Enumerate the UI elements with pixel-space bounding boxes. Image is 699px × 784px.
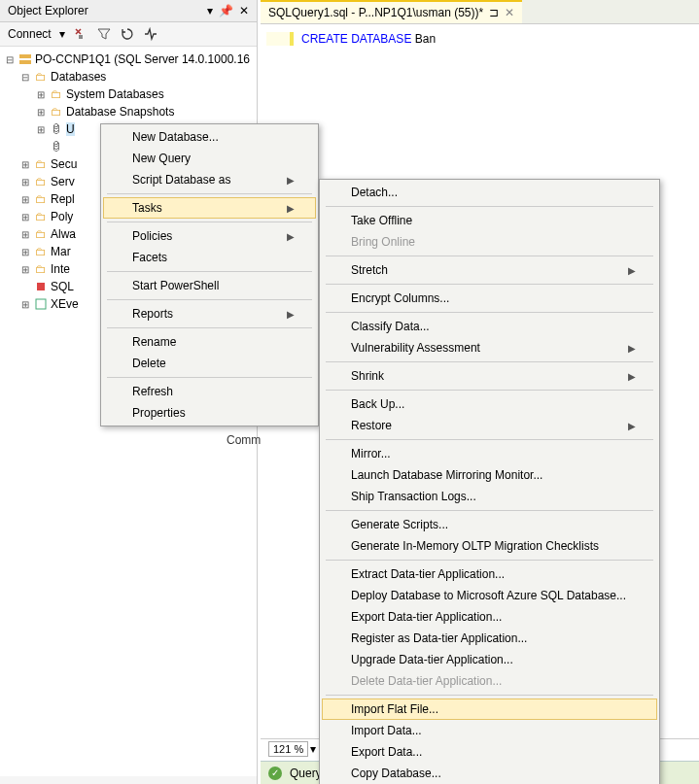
menu-classify[interactable]: Classify Data... (322, 316, 657, 337)
menu-separator (326, 206, 653, 207)
menu-separator (107, 222, 312, 222)
menu-powershell[interactable]: Start PowerShell (103, 275, 316, 296)
zoom-level[interactable]: 121 % (268, 741, 308, 757)
menu-extract-dac[interactable]: Extract Data-tier Application... (322, 563, 657, 585)
menu-encrypt[interactable]: Encrypt Columns... (322, 288, 657, 309)
submenu-arrow-icon: ▶ (628, 265, 636, 276)
menu-separator (107, 271, 312, 272)
menu-separator (326, 361, 653, 362)
submenu-arrow-icon: ▶ (628, 371, 636, 382)
tree-snapshots-node[interactable]: ⊞ 🗀 Database Snapshots (4, 103, 253, 120)
menu-restore[interactable]: Restore▶ (322, 415, 657, 436)
menu-rename[interactable]: Rename (103, 331, 316, 353)
expand-icon[interactable]: ⊞ (19, 247, 31, 257)
menu-export-data[interactable]: Export Data... (322, 741, 657, 763)
filter-icon[interactable] (96, 26, 112, 42)
activity-icon[interactable] (143, 26, 158, 42)
expand-icon[interactable]: ⊞ (19, 194, 31, 205)
disconnect-icon[interactable] (73, 26, 88, 42)
expand-icon[interactable]: ⊞ (19, 212, 31, 222)
pin-icon[interactable]: 📌 (219, 4, 233, 17)
expand-icon[interactable]: ⊞ (19, 229, 31, 240)
xevents-icon (33, 296, 49, 312)
zoom-dropdown-icon[interactable]: ▾ (310, 742, 316, 756)
menu-refresh[interactable]: Refresh (103, 381, 316, 402)
menu-upgrade-dac[interactable]: Upgrade Data-tier Application... (322, 649, 657, 670)
status-ok-icon: ✓ (268, 767, 282, 780)
expand-icon[interactable]: ⊞ (35, 124, 47, 135)
menu-separator (107, 299, 312, 300)
menu-separator (326, 695, 653, 696)
folder-icon: 🗀 (49, 86, 64, 102)
menu-mirror[interactable]: Mirror... (322, 443, 657, 464)
expand-icon[interactable]: ⊞ (35, 89, 47, 100)
menu-import-flat-file[interactable]: Import Flat File... (322, 699, 657, 720)
menu-bring-online: Bring Online (322, 231, 657, 253)
svg-rect-2 (19, 60, 31, 64)
menu-deploy-azure[interactable]: Deploy Database to Microsoft Azure SQL D… (322, 585, 657, 606)
expand-icon[interactable]: ⊞ (19, 299, 31, 310)
sql-keyword: DATABASE (351, 32, 411, 46)
tab-pin-icon[interactable]: ⊐ (489, 6, 499, 19)
menu-tasks[interactable]: Tasks▶ (103, 197, 316, 219)
refresh-icon[interactable] (120, 26, 135, 42)
folder-icon: 🗀 (49, 104, 64, 119)
menu-detach[interactable]: Detach... (322, 182, 657, 203)
menu-shrink[interactable]: Shrink▶ (322, 365, 657, 387)
collapse-icon[interactable]: ⊟ (19, 72, 31, 83)
menu-register-dac[interactable]: Register as Data-tier Application... (322, 628, 657, 649)
menu-separator (326, 510, 653, 511)
menu-gen-oltp[interactable]: Generate In-Memory OLTP Migration Checkl… (322, 535, 657, 557)
menu-stretch[interactable]: Stretch▶ (322, 259, 657, 281)
submenu-arrow-icon: ▶ (287, 175, 295, 186)
tree-databases-node[interactable]: ⊟ 🗀 Databases (4, 68, 253, 85)
menu-gen-scripts[interactable]: Generate Scripts... (322, 514, 657, 535)
tab-close-icon[interactable]: ✕ (505, 6, 514, 19)
menu-import-data[interactable]: Import Data... (322, 720, 657, 741)
menu-separator (326, 560, 653, 561)
menu-take-offline[interactable]: Take Offline (322, 210, 657, 231)
tab-bar: SQLQuery1.sql - P...NP1Q1\usman (55))* ⊐… (261, 0, 699, 24)
menu-new-database[interactable]: New Database... (103, 126, 316, 148)
menu-script-database[interactable]: Script Database as▶ (103, 169, 316, 190)
tree-server-node[interactable]: ⊟ PO-CCNP1Q1 (SQL Server 14.0.1000.16 (4, 51, 253, 68)
panel-title-bar: Object Explorer ▾ 📌 ✕ (0, 0, 257, 22)
folder-icon: 🗀 (33, 261, 49, 277)
svg-rect-1 (19, 54, 31, 58)
expand-icon[interactable]: ⊞ (19, 159, 31, 170)
connect-label[interactable]: Connect (8, 27, 52, 41)
connect-dropdown-icon[interactable]: ▾ (59, 27, 65, 41)
expand-icon[interactable]: ⊞ (19, 264, 31, 275)
server-icon (17, 51, 33, 67)
menu-export-dac[interactable]: Export Data-tier Application... (322, 606, 657, 628)
folder-icon: 🗀 (33, 244, 49, 259)
expand-icon[interactable]: ⊞ (19, 177, 31, 187)
submenu-arrow-icon: ▶ (287, 231, 295, 242)
menu-ship-logs[interactable]: Ship Transaction Logs... (322, 486, 657, 507)
folder-icon: 🗀 (33, 191, 49, 207)
menu-separator (326, 439, 653, 440)
menu-backup[interactable]: Back Up... (322, 393, 657, 415)
code-editor[interactable]: CREATE DATABASE Ban (261, 24, 699, 53)
tree-sysdb-node[interactable]: ⊞ 🗀 System Databases (4, 85, 253, 103)
menu-separator (326, 390, 653, 391)
menu-properties[interactable]: Properties (103, 402, 316, 424)
submenu-arrow-icon: ▶ (287, 309, 295, 320)
dropdown-icon[interactable]: ▾ (207, 4, 213, 17)
menu-facets[interactable]: Facets (103, 247, 316, 268)
tab-sqlquery[interactable]: SQLQuery1.sql - P...NP1Q1\usman (55))* ⊐… (261, 0, 522, 23)
folder-icon: 🗀 (33, 209, 49, 224)
menu-copy-database[interactable]: Copy Database... (322, 763, 657, 784)
menu-vulnerability[interactable]: Vulnerability Assessment▶ (322, 337, 657, 358)
menu-new-query[interactable]: New Query (103, 148, 316, 169)
collapse-icon[interactable]: ⊟ (4, 54, 16, 65)
menu-reports[interactable]: Reports▶ (103, 303, 316, 324)
menu-launch-mirror[interactable]: Launch Database Mirroring Monitor... (322, 464, 657, 486)
menu-delete[interactable]: Delete (103, 353, 316, 374)
close-icon[interactable]: ✕ (239, 4, 249, 17)
context-menu-tasks: Detach... Take Offline Bring Online Stre… (319, 179, 660, 784)
folder-icon: 🗀 (33, 156, 49, 172)
menu-policies[interactable]: Policies▶ (103, 225, 316, 247)
editor-gutter (266, 32, 294, 46)
expand-icon[interactable]: ⊞ (35, 107, 47, 118)
